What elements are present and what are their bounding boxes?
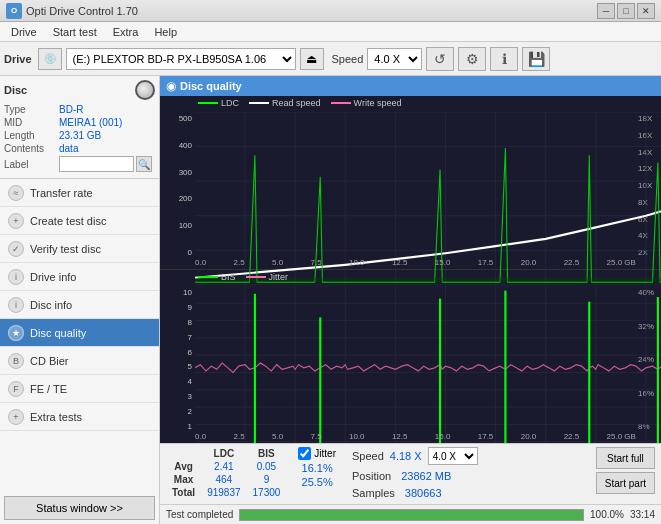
disc-quality-title: Disc quality (180, 80, 242, 92)
avg-jitter: 16.1% (298, 462, 336, 474)
titlebar: O Opti Drive Control 1.70 ─ □ ✕ (0, 0, 661, 22)
menu-start-test[interactable]: Start test (46, 23, 104, 41)
drive-select[interactable]: (E:) PLEXTOR BD-R PX-LB950SA 1.06 (66, 48, 296, 70)
stats-bar: LDC BIS Avg 2.41 0.05 Max 464 9 Total (160, 443, 661, 504)
avg-bis: 0.05 (247, 460, 287, 473)
progress-percent: 100.0% (590, 509, 624, 520)
speed-select[interactable]: 4.0 X (367, 48, 422, 70)
speed-row: Speed 4.18 X 4.0 X (352, 447, 478, 465)
drive-label: Drive (4, 53, 32, 65)
x-label: 7.5 (310, 432, 321, 441)
menu-extra[interactable]: Extra (106, 23, 146, 41)
y-label: 1 (160, 422, 195, 431)
right-panel: ◉ Disc quality LDC Read speed (160, 76, 661, 524)
samples-row: Samples 380663 (352, 487, 478, 499)
sidebar-item-disc-info[interactable]: i Disc info (0, 291, 159, 319)
avg-label: Avg (166, 460, 201, 473)
samples-label: Samples (352, 487, 395, 499)
x-label: 5.0 (272, 258, 283, 267)
ldc-header: LDC (201, 447, 246, 460)
x-label: 0.0 (195, 258, 206, 267)
disc-contents-label: Contents (4, 143, 59, 154)
x-label: 7.5 (310, 258, 321, 267)
x-label: 0.0 (195, 432, 206, 441)
y-label: 3 (160, 392, 195, 401)
avg-ldc: 2.41 (201, 460, 246, 473)
x-label: 17.5 (478, 258, 494, 267)
jitter-stats: Jitter 16.1% 25.5% (298, 447, 336, 488)
menu-drive[interactable]: Drive (4, 23, 44, 41)
start-full-button[interactable]: Start full (596, 447, 655, 469)
app-icon: O (6, 3, 22, 19)
position-value: 23862 MB (401, 470, 451, 482)
progress-bar-outer (239, 509, 584, 521)
start-part-button[interactable]: Start part (596, 472, 655, 494)
disc-mid-row: MID MEIRA1 (001) (4, 117, 155, 128)
disc-info-icon: i (8, 297, 24, 313)
bis-legend: BIS (198, 272, 236, 282)
sidebar-item-create-test-disc[interactable]: + Create test disc (0, 207, 159, 235)
sidebar-item-label: Disc quality (30, 327, 86, 339)
minimize-button[interactable]: ─ (597, 3, 615, 19)
disc-contents-row: Contents data (4, 143, 155, 154)
ldc-color (198, 102, 218, 104)
charts-area: LDC Read speed Write speed 500 400 300 (160, 96, 661, 443)
read-speed-legend: Read speed (249, 98, 321, 108)
top-chart-y-left: 500 400 300 200 100 0 (160, 96, 195, 269)
disc-quality-header: ◉ Disc quality (160, 76, 661, 96)
app-title: Opti Drive Control 1.70 (26, 5, 597, 17)
eject-button[interactable]: ⏏ (300, 48, 324, 70)
extra-tests-icon: + (8, 409, 24, 425)
sidebar-item-disc-quality[interactable]: ★ Disc quality (0, 319, 159, 347)
settings-button[interactable]: ⚙ (458, 47, 486, 71)
create-test-disc-icon: + (8, 213, 24, 229)
x-label: 15.0 (435, 432, 451, 441)
sidebar-item-transfer-rate[interactable]: ≈ Transfer rate (0, 179, 159, 207)
sidebar-item-verify-test-disc[interactable]: ✓ Verify test disc (0, 235, 159, 263)
disc-mid-label: MID (4, 117, 59, 128)
jitter-checkbox[interactable] (298, 447, 311, 460)
disc-title: Disc (4, 84, 27, 96)
sidebar-item-fe-te[interactable]: F FE / TE (0, 375, 159, 403)
top-chart-legend: LDC Read speed Write speed (198, 98, 401, 108)
position-row: Position 23862 MB (352, 470, 478, 482)
jitter-checkbox-label: Jitter (314, 448, 336, 459)
maximize-button[interactable]: □ (617, 3, 635, 19)
sidebar-item-cd-bier[interactable]: B CD Bier (0, 347, 159, 375)
write-speed-color (331, 102, 351, 104)
sidebar-item-label: Verify test disc (30, 243, 101, 255)
sidebar-item-label: Drive info (30, 271, 76, 283)
disc-length-label: Length (4, 130, 59, 141)
y-label: 10 (160, 288, 195, 297)
bottom-chart-legend: BIS Jitter (198, 272, 288, 282)
x-label: 15.0 (435, 258, 451, 267)
info-button[interactable]: ℹ (490, 47, 518, 71)
sidebar-item-extra-tests[interactable]: + Extra tests (0, 403, 159, 431)
sidebar-item-label: Create test disc (30, 215, 106, 227)
drive-info-icon: i (8, 269, 24, 285)
sidebar-item-label: CD Bier (30, 355, 69, 367)
menu-help[interactable]: Help (147, 23, 184, 41)
speed-label: Speed (352, 450, 384, 462)
read-speed-label: Read speed (272, 98, 321, 108)
label-search-button[interactable]: 🔍 (136, 156, 152, 172)
progress-bar-inner (240, 510, 583, 520)
total-label: Total (166, 486, 201, 499)
close-button[interactable]: ✕ (637, 3, 655, 19)
window-controls: ─ □ ✕ (597, 3, 655, 19)
total-ldc: 919837 (201, 486, 246, 499)
speed-select[interactable]: 4.0 X (428, 447, 478, 465)
eject-icon: 💿 (38, 48, 62, 70)
disc-label-input[interactable] (59, 156, 134, 172)
x-label: 2.5 (233, 432, 244, 441)
save-button[interactable]: 💾 (522, 47, 550, 71)
status-window-button[interactable]: Status window >> (4, 496, 155, 520)
disc-icon (135, 80, 155, 100)
refresh-button[interactable]: ↺ (426, 47, 454, 71)
sidebar-item-drive-info[interactable]: i Drive info (0, 263, 159, 291)
y-label: 6 (160, 348, 195, 357)
disc-contents-value: data (59, 143, 155, 154)
bis-header: BIS (247, 447, 287, 460)
x-label: 2.5 (233, 258, 244, 267)
y-label: 5 (160, 362, 195, 371)
